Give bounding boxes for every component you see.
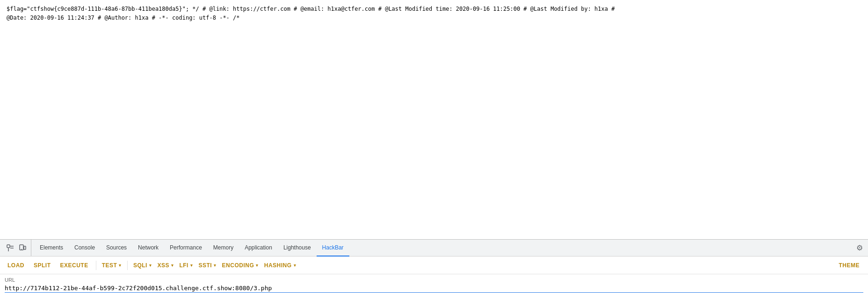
content-line2: @Date: 2020-09-16 11:24:37 # @Author: h1… xyxy=(7,14,861,22)
content-line1: $flag="ctfshow{c9ce887d-111b-48a6-87bb-4… xyxy=(7,5,861,14)
page-content: $flag="ctfshow{c9ce887d-111b-48a6-87bb-4… xyxy=(0,0,868,178)
